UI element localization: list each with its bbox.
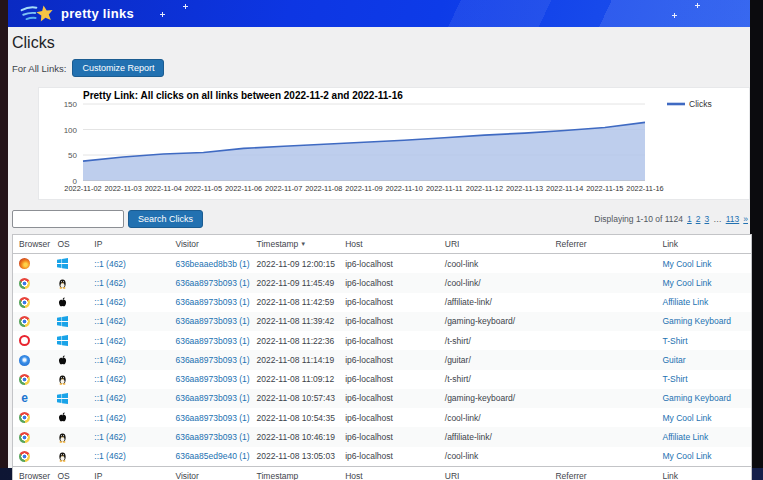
visitor-link[interactable]: 636aa8973b093 (1) (175, 374, 249, 384)
column-header-ip[interactable]: IP (88, 466, 169, 480)
column-header-visitor[interactable]: Visitor (169, 235, 250, 254)
ip-link[interactable]: ::1 (462) (94, 259, 126, 269)
column-header-browser[interactable]: Browser (13, 235, 51, 254)
sort-desc-icon: ▼ (300, 241, 306, 247)
cell-timestamp: 2022-11-08 10:54:35 (251, 408, 340, 427)
visitor-link[interactable]: 636aa8973b093 (1) (175, 297, 249, 307)
link-link[interactable]: Affiliate Link (662, 297, 708, 307)
ip-link[interactable]: ::1 (462) (94, 278, 126, 288)
apple-icon (57, 412, 68, 423)
link-link[interactable]: My Cool Link (662, 451, 711, 461)
last-page-link[interactable]: 113 (726, 214, 740, 224)
visitor-link[interactable]: 636aa8973b093 (1) (175, 336, 249, 346)
legend-label: Clicks (689, 99, 712, 109)
cell-host: ip6-localhost (339, 370, 439, 389)
chrome-icon (19, 297, 30, 308)
cell-timestamp: 2022-11-09 11:45:49 (251, 273, 340, 292)
link-link[interactable]: My Cool Link (662, 278, 711, 288)
cell-browser (13, 370, 51, 389)
cell-timestamp: 2022-11-08 13:05:03 (251, 447, 340, 467)
visitor-link[interactable]: 636beaaed8b3b (1) (175, 259, 249, 269)
clicks-table-wrap: BrowserOSIPVisitorTimestamp▼HostURIRefer… (12, 234, 752, 480)
x-tick-label: 2022-11-09 (345, 184, 382, 193)
link-link[interactable]: T-Shirt (662, 374, 687, 384)
ip-link[interactable]: ::1 (462) (94, 432, 126, 442)
cell-referrer (549, 273, 656, 292)
cell-browser (13, 389, 51, 408)
x-tick-label: 2022-11-11 (426, 184, 463, 193)
cell-ip: ::1 (462) (88, 427, 169, 446)
column-header-browser[interactable]: Browser (13, 466, 51, 480)
ip-link[interactable]: ::1 (462) (94, 316, 126, 326)
column-header-referrer[interactable]: Referrer (549, 466, 656, 480)
cell-referrer (549, 370, 656, 389)
ip-link[interactable]: ::1 (462) (94, 355, 126, 365)
cell-host: ip6-localhost (339, 447, 439, 467)
cell-visitor: 636aa8973b093 (1) (169, 273, 250, 292)
sparkle-icon (160, 12, 165, 17)
visitor-link[interactable]: 636aa8973b093 (1) (175, 316, 249, 326)
link-link[interactable]: Gaming Keyboard (662, 393, 731, 403)
x-tick-label: 2022-11-07 (265, 184, 302, 193)
page-link-3[interactable]: 3 (704, 214, 709, 224)
cell-browser (13, 447, 51, 467)
column-header-link[interactable]: Link (656, 235, 751, 254)
x-tick-label: 2022-11-14 (546, 184, 583, 193)
link-link[interactable]: Guitar (662, 355, 685, 365)
column-header-host[interactable]: Host (339, 466, 439, 480)
next-page-link[interactable]: » (743, 214, 748, 224)
column-header-uri[interactable]: URI (439, 466, 550, 480)
visitor-link[interactable]: 636aa8973b093 (1) (175, 393, 249, 403)
visitor-link[interactable]: 636aa85ed9e40 (1) (175, 451, 249, 461)
link-link[interactable]: My Cool Link (662, 413, 711, 423)
column-header-timestamp[interactable]: Timestamp (251, 466, 340, 480)
page-title: Clicks (12, 34, 750, 52)
visitor-link[interactable]: 636aa8973b093 (1) (175, 432, 249, 442)
column-header-os[interactable]: OS (51, 466, 88, 480)
link-link[interactable]: T-Shirt (662, 336, 687, 346)
table-row: ::1 (462)636aa8973b093 (1)2022-11-08 11:… (13, 331, 751, 350)
visitor-link[interactable]: 636aa8973b093 (1) (175, 278, 249, 288)
page-link-2[interactable]: 2 (696, 214, 701, 224)
column-header-referrer[interactable]: Referrer (549, 235, 656, 254)
visitor-link[interactable]: 636aa8973b093 (1) (175, 413, 249, 423)
column-label: URI (445, 239, 460, 249)
cell-browser (13, 427, 51, 446)
cell-browser (13, 408, 51, 427)
windows-icon (57, 335, 68, 346)
cell-timestamp: 2022-11-08 11:42:59 (251, 293, 340, 312)
ip-link[interactable]: ::1 (462) (94, 297, 126, 307)
column-label: Referrer (555, 471, 586, 480)
ip-link[interactable]: ::1 (462) (94, 336, 126, 346)
cell-referrer (549, 254, 656, 274)
column-header-timestamp[interactable]: Timestamp▼ (251, 235, 340, 254)
cell-uri: /cool-link/ (439, 273, 550, 292)
customize-report-button[interactable]: Customize Report (72, 59, 164, 77)
column-header-ip[interactable]: IP (88, 235, 169, 254)
cell-browser (13, 331, 51, 350)
chrome-icon (19, 316, 30, 327)
link-link[interactable]: My Cool Link (662, 259, 711, 269)
ip-link[interactable]: ::1 (462) (94, 451, 126, 461)
visitor-link[interactable]: 636aa8973b093 (1) (175, 355, 249, 365)
column-header-link[interactable]: Link (656, 466, 751, 480)
ip-link[interactable]: ::1 (462) (94, 393, 126, 403)
column-header-os[interactable]: OS (51, 235, 88, 254)
link-link[interactable]: Gaming Keyboard (662, 316, 731, 326)
report-scope-label: For All Links: (12, 63, 66, 74)
cell-os (51, 312, 88, 331)
column-header-uri[interactable]: URI (439, 235, 550, 254)
ip-link[interactable]: ::1 (462) (94, 374, 126, 384)
search-input[interactable] (12, 210, 124, 228)
table-toolbar: Search Clicks Displaying 1-10 of 1124123… (12, 210, 748, 228)
ip-link[interactable]: ::1 (462) (94, 413, 126, 423)
column-header-visitor[interactable]: Visitor (169, 466, 250, 480)
search-clicks-button[interactable]: Search Clicks (128, 210, 203, 228)
column-header-host[interactable]: Host (339, 235, 439, 254)
page-link-1[interactable]: 1 (687, 214, 692, 224)
cell-browser (13, 273, 51, 292)
cell-os (51, 254, 88, 274)
chart-title: Pretty Link: All clicks on all links bet… (83, 90, 403, 101)
link-link[interactable]: Affiliate Link (662, 432, 708, 442)
linux-icon (57, 451, 68, 462)
